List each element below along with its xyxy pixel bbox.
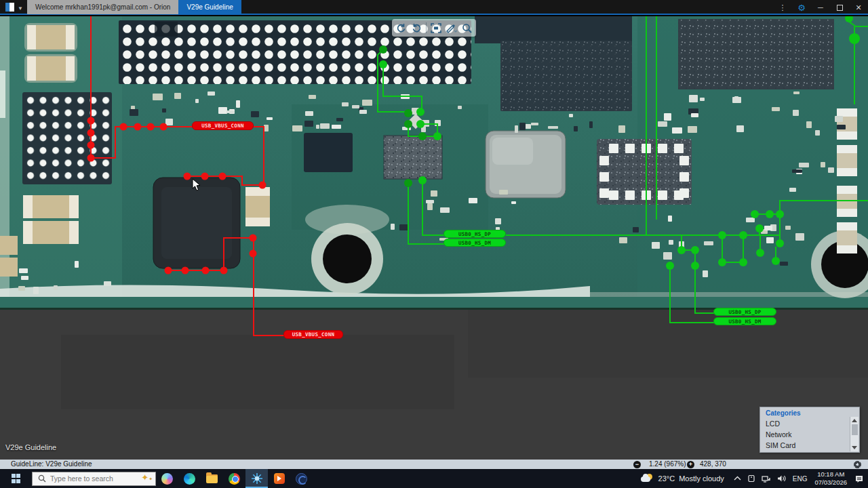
close-button[interactable]: ✕ [849, 0, 868, 15]
net-label-usb0-hs-dm[interactable]: USB0_HS_DM [443, 239, 506, 247]
taskbar-weather[interactable]: 23°C Mostly cloudy [641, 474, 724, 483]
cursor-coordinates: 428, 370 [700, 460, 726, 468]
chevron-down-icon[interactable]: ▼ [18, 5, 23, 12]
orion-app-icon [251, 472, 263, 485]
scroll-down-icon[interactable] [852, 446, 857, 449]
tray-language[interactable]: ENG [793, 475, 808, 483]
taskbar-search[interactable]: ✦✦ [32, 472, 156, 486]
guideline-title: V29e Guideline [5, 443, 56, 451]
copilot-icon [161, 473, 173, 485]
scrollbar-thumb[interactable] [852, 424, 858, 435]
taskbar-app-orion-active[interactable] [245, 469, 268, 488]
copilot-spark-icon: ✦✦ [141, 474, 153, 483]
scroll-up-icon[interactable] [852, 419, 857, 422]
mouse-cursor [192, 178, 201, 194]
weather-temp: 23°C [658, 474, 675, 483]
categories-title: Categories [760, 407, 859, 418]
pcb-canvas[interactable]: USB_VBUS_CONN USB_VBUS_CONN USB0_HS_DP U… [0, 16, 868, 460]
net-label-usb-vbus-conn[interactable]: USB_VBUS_CONN [192, 121, 254, 130]
search-input[interactable] [50, 474, 130, 483]
zoom-level: 1.24 (967%) [649, 460, 686, 468]
category-item-lcd[interactable]: LCD [760, 418, 859, 429]
net-label-usb0-hs-dp[interactable]: USB0_HS_DP [443, 230, 506, 238]
taskbar-app-copilot[interactable] [156, 469, 178, 488]
tray-time: 10:18 AM [814, 470, 847, 479]
search-icon[interactable] [461, 22, 473, 34]
weather-icon [641, 474, 654, 483]
start-button[interactable] [0, 469, 32, 488]
net-label-usb0-hs-dm[interactable]: USB0_HS_DM [713, 317, 776, 325]
net-label-usb0-hs-dp[interactable]: USB0_HS_DP [713, 308, 776, 316]
camera-app-icon [296, 473, 307, 485]
chrome-icon [229, 473, 240, 485]
tray-clock[interactable]: 10:18 AM 07/03/2026 [814, 470, 847, 487]
canvas-toolbar [392, 19, 476, 37]
app-icon [5, 3, 14, 12]
bluestacks-icon [274, 473, 285, 484]
net-label-usb-vbus-conn[interactable]: USB_VBUS_CONN [283, 330, 343, 339]
tab-welcome[interactable]: Welcome mrkhan1991pk@gmail.com - Orion [27, 0, 178, 14]
weather-desc: Mostly cloudy [679, 474, 724, 483]
tray-volume-icon[interactable] [777, 474, 787, 483]
taskbar: ✦✦ 23°C Mostly cloudy [0, 469, 868, 488]
minimize-button[interactable]: ─ [811, 0, 830, 15]
taskbar-app-bluestacks[interactable] [268, 469, 290, 488]
maximize-button[interactable] [830, 0, 849, 15]
tray-network-icon[interactable] [762, 474, 771, 483]
statusbar: GuideLine: V29e Guideline − 1.24 (967%) … [0, 460, 868, 469]
titlebar: ▼ Welcome mrkhan1991pk@gmail.com - Orion… [0, 0, 868, 15]
file-explorer-icon [206, 474, 218, 483]
pcb-board-image [0, 16, 868, 460]
settings-gear-icon[interactable]: ⚙ [792, 0, 811, 15]
rotate-left-icon[interactable] [395, 22, 407, 34]
zoom-in-button[interactable]: + [687, 461, 694, 468]
edge-icon [184, 473, 195, 485]
menu-kebab-icon[interactable]: ⋮ [773, 0, 792, 15]
notification-center-icon[interactable] [854, 474, 864, 483]
tray-device-icon[interactable] [747, 474, 755, 483]
tab-guideline[interactable]: V29e Guideline [178, 0, 241, 14]
search-icon [38, 474, 46, 483]
taskbar-app-camera[interactable] [290, 469, 313, 488]
category-item-sim-card[interactable]: SIM Card [760, 440, 859, 451]
statusbar-guideline-label: GuideLine: V29e Guideline [11, 460, 92, 468]
screen: ▼ Welcome mrkhan1991pk@gmail.com - Orion… [0, 0, 868, 488]
system-tray: ENG 10:18 AM 07/03/2026 [734, 470, 864, 487]
categories-scrollbar[interactable] [850, 417, 859, 451]
tray-chevron-up-icon[interactable] [734, 476, 741, 481]
categories-panel: Categories LCD Network SIM Card [760, 407, 860, 453]
taskbar-app-chrome[interactable] [223, 469, 245, 488]
zoom-out-button[interactable]: − [633, 461, 641, 468]
taskbar-app-file-explorer[interactable] [201, 469, 223, 488]
category-item-network[interactable]: Network [760, 429, 859, 440]
statusbar-settings-icon[interactable] [854, 461, 861, 468]
pen-tool-icon[interactable] [446, 22, 457, 34]
fit-screen-icon[interactable] [431, 22, 442, 34]
windows-logo-icon [12, 474, 21, 483]
tray-date: 07/03/2026 [814, 479, 847, 487]
rotate-right-icon[interactable] [411, 22, 422, 34]
taskbar-app-edge[interactable] [178, 469, 201, 488]
